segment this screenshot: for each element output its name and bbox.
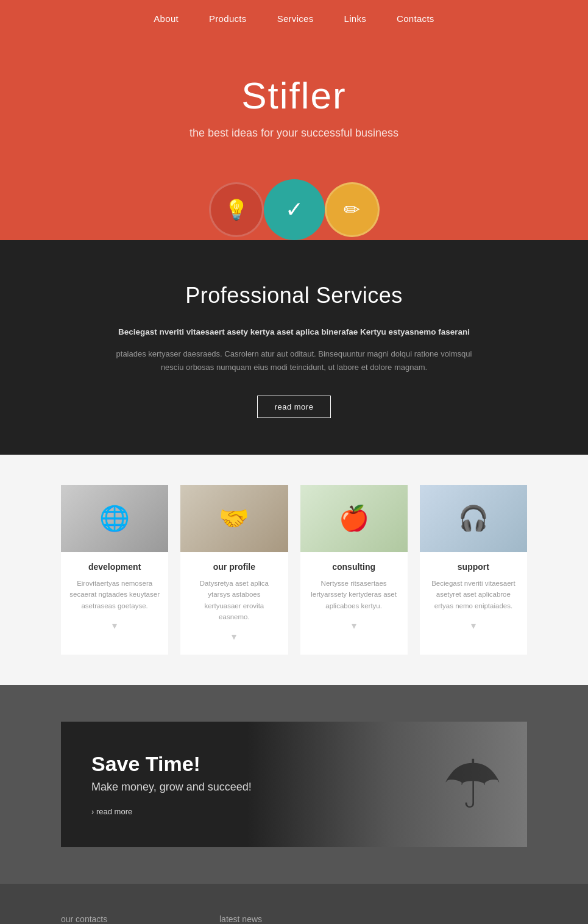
services-title: Professional Services <box>12 283 576 308</box>
service-card-development: 🌐 development Eirovitaertyas nemosera se… <box>61 485 168 655</box>
banner-inner: Save Time! Make money, grow and succeed!… <box>61 722 527 847</box>
development-arrow-icon[interactable]: ▾ <box>69 620 160 631</box>
profile-description: Datysretya aset aplica ytarsys astaboes … <box>189 578 279 623</box>
support-image: 🎧 <box>420 485 527 552</box>
hero-title: Stifler <box>12 74 576 117</box>
profile-arrow-icon[interactable]: ▾ <box>189 631 279 642</box>
check-icon: ✓ <box>264 179 325 240</box>
support-arrow-icon[interactable]: ▾ <box>428 620 519 631</box>
development-description: Eirovitaertyas nemosera secaerat ngtaade… <box>69 578 160 611</box>
footer-top: our contacts Stifler 28 Jackson Blvd Ste… <box>0 884 588 924</box>
consulting-image: 🍎 <box>300 485 408 552</box>
nav-products[interactable]: Products <box>209 13 247 24</box>
banner-title: Save Time! <box>91 752 497 776</box>
development-image: 🌐 <box>61 485 168 552</box>
navigation: About Products Services Links Contacts <box>0 0 588 37</box>
contact-column: our contacts Stifler 28 Jackson Blvd Ste… <box>61 914 183 924</box>
icons-row: 💡 ✓ ✏ <box>12 182 576 240</box>
bulb-icon: 💡 <box>209 182 264 237</box>
hero-section: Stifler the best ideas for your successf… <box>0 37 588 240</box>
edit-icon: ✏ <box>325 182 380 237</box>
service-card-consulting: 🍎 consulting Nertysse ritsasertaes lerty… <box>300 485 408 655</box>
development-title: development <box>69 562 160 572</box>
banner-subtitle: Make money, grow and succeed! <box>91 781 497 794</box>
banner-read-more[interactable]: › read more <box>91 807 132 816</box>
banner-silhouette: ☂ <box>442 722 503 847</box>
nav-links[interactable]: Links <box>344 13 367 24</box>
services-light-text: ptaiades kertyaser daesraeds. Casrolern … <box>112 347 477 374</box>
consulting-description: Nertysse ritsasertaes lertyarssety kerty… <box>309 578 399 611</box>
hero-subtitle: the best ideas for your successful busin… <box>12 127 576 140</box>
nav-services[interactable]: Services <box>277 13 314 24</box>
contacts-heading: our contacts <box>61 914 183 924</box>
nav-about[interactable]: About <box>154 13 179 24</box>
service-card-support: 🎧 support Beciegast nveriti vitaesaert a… <box>420 485 527 655</box>
banner-section: Save Time! Make money, grow and succeed!… <box>0 685 588 884</box>
news-column: latest news 16.04 Basaerat voluptatem ut… <box>219 914 527 924</box>
consulting-arrow-icon[interactable]: ▾ <box>309 620 399 631</box>
support-title: support <box>428 562 519 572</box>
consulting-title: consulting <box>309 562 399 572</box>
service-card-profile: 🤝 our profile Datysretya aset aplica yta… <box>180 485 288 655</box>
news-heading: latest news <box>219 914 527 924</box>
professional-services-section: Professional Services Beciegast nveriti … <box>0 240 588 455</box>
read-more-button[interactable]: read more <box>257 396 331 418</box>
service-cards-section: 🌐 development Eirovitaertyas nemosera se… <box>0 455 588 686</box>
profile-title: our profile <box>189 562 279 572</box>
profile-image: 🤝 <box>180 485 288 552</box>
services-bold-text: Beciegast nveriti vitaesaert asety kerty… <box>12 325 576 339</box>
nav-contacts[interactable]: Contacts <box>397 13 434 24</box>
support-description: Beciegast nveriti vitaesaert asetyret as… <box>428 578 519 611</box>
